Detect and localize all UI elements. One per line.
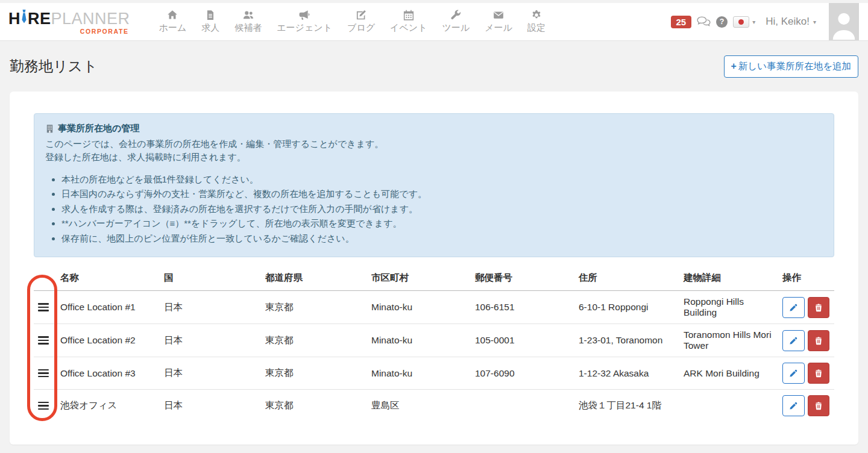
nav-item-tools[interactable]: ツール [442,10,470,34]
nav-item-agents[interactable]: エージェント [277,10,332,34]
info-bullet: 求人を作成する際は、登録済みの所在地を選択するだけで住所入力の手間が省けます。 [61,202,823,216]
chevron-down-icon: ▾ [813,19,816,25]
chevron-down-icon: ▾ [752,19,755,25]
table-header-row: 名称 国 都道府県 市区町村 郵便番号 住所 建物詳細 操作 [34,267,834,291]
table-row: Office Location #1 日本 東京都 Minato-ku 106-… [34,291,834,324]
cell-postal: 107-6090 [475,357,579,390]
table-row: 池袋オフィス 日本 東京都 豊島区 池袋１丁目21-4 1階 [34,390,834,422]
nav-item-mail[interactable]: メール [485,10,512,34]
edit-button[interactable] [782,330,805,351]
pencil-icon [789,303,798,312]
info-bullet: 日本国内のみならず海外の支社・営業所など、複数の所在地を追加することも可能です。 [61,187,823,201]
nav-item-settings[interactable]: 設定 [527,10,546,34]
info-bullet-list: 本社の所在地などを最低1件登録してください。 日本国内のみならず海外の支社・営業… [45,173,823,246]
table-row: Office Location #2 日本 東京都 Minato-ku 105-… [34,324,834,357]
col-prefecture: 都道府県 [265,267,371,291]
tie-icon [21,10,27,27]
locations-card: 事業所所在地の管理 このページでは、会社の事業所の所在地を作成・編集・管理するこ… [10,92,858,445]
drag-handle-icon[interactable] [38,299,49,316]
nav-item-home[interactable]: ホーム [159,10,187,34]
logo-hire-re: RE [28,11,51,27]
drag-handle-icon[interactable] [38,365,49,382]
cell-building: ARK Mori Building [684,357,782,390]
trash-icon [814,401,823,410]
language-selector[interactable]: ▾ [733,16,755,28]
pencil-icon [789,401,798,410]
drag-handle-icon[interactable] [38,332,49,349]
info-paragraph: このページでは、会社の事業所の所在地を作成・編集・管理することができます。 [45,137,823,151]
avatar[interactable] [829,3,859,40]
cell-address: 1-12-32 Akasaka [579,357,684,390]
japan-flag-icon [733,16,749,28]
cell-building: Toranomon Hills Mori Tower [684,324,782,357]
logo-hire-h: H [8,11,20,27]
cell-country: 日本 [164,390,265,422]
col-actions: 操作 [782,267,834,291]
info-bullet: 保存前に、地図上のピン位置が住所と一致しているかご確認ください。 [61,232,823,246]
cell-prefecture: 東京都 [265,357,371,390]
nav-item-events[interactable]: イベント [390,10,427,34]
logo-corporate: CORPORATE [8,28,130,35]
user-menu[interactable]: Hi, Keiko! ▾ [766,16,816,28]
delete-button[interactable] [808,363,830,384]
plus-icon: + [731,61,737,72]
delete-button[interactable] [808,395,830,416]
edit-button[interactable] [782,395,805,416]
locations-table: 名称 国 都道府県 市区町村 郵便番号 住所 建物詳細 操作 Office Lo… [34,267,834,422]
logo-planner: PLANNER [51,11,130,27]
nav-item-jobs[interactable]: 求人 [201,10,219,34]
drag-handle-icon[interactable] [38,398,49,414]
cell-prefecture: 東京都 [265,324,371,357]
add-location-button[interactable]: + 新しい事業所所在地を追加 [724,55,858,78]
cell-prefecture: 東京都 [265,390,371,422]
edit-button[interactable] [782,297,805,318]
notification-badge[interactable]: 25 [671,16,692,28]
page-header: 勤務地リスト + 新しい事業所所在地を追加 [0,41,868,92]
cell-city: 豊島区 [371,390,475,422]
info-panel: 事業所所在地の管理 このページでは、会社の事業所の所在地を作成・編集・管理するこ… [34,113,834,257]
navbar: HREPLANNER CORPORATE ホーム 求人 候補者 エージェント ブ… [0,3,868,41]
megaphone-icon [299,10,310,20]
cell-building [684,390,782,422]
envelope-icon [493,10,504,20]
main-nav: ホーム 求人 候補者 エージェント ブログ イベント ツール メール [159,10,546,34]
nav-item-blog[interactable]: ブログ [347,10,375,34]
chat-icon[interactable] [697,16,711,28]
col-address: 住所 [579,267,684,291]
cell-postal: 106-6151 [475,291,579,324]
cell-name: Office Location #3 [60,357,164,390]
delete-button[interactable] [808,330,830,351]
cell-address: 1-23-01, Toranomon [579,324,684,357]
cell-address: 池袋１丁目21-4 1階 [579,390,684,422]
col-building: 建物詳細 [684,267,782,291]
info-panel-title: 事業所所在地の管理 [45,122,823,136]
add-location-label: 新しい事業所所在地を追加 [738,60,851,73]
info-bullet: 本社の所在地などを最低1件登録してください。 [61,173,823,187]
nav-item-candidates[interactable]: 候補者 [234,10,262,34]
hireplanner-logo[interactable]: HREPLANNER CORPORATE [8,10,130,35]
cell-city: Minato-ku [371,357,475,390]
pencil-square-icon [356,10,366,20]
cell-postal: 105-0001 [475,324,579,357]
gear-icon [531,10,542,20]
cell-prefecture: 東京都 [265,291,371,324]
cell-city: Minato-ku [371,291,475,324]
col-city: 市区町村 [371,267,475,291]
trash-icon [814,303,823,312]
trash-icon [814,336,823,345]
delete-button[interactable] [808,297,830,318]
building-icon [45,124,54,133]
home-icon [167,10,178,20]
cell-name: Office Location #2 [60,324,164,357]
greeting-text: Hi, Keiko! [766,16,810,28]
cell-address: 6-10-1 Roppongi [579,291,684,324]
navbar-right: 25 ? ▾ Hi, Keiko! ▾ [671,3,868,40]
calendar-icon [403,10,414,20]
col-country: 国 [164,267,265,291]
table-row: Office Location #3 日本 東京都 Minato-ku 107-… [34,357,834,390]
pencil-icon [789,336,798,345]
edit-button[interactable] [782,363,805,384]
help-icon[interactable]: ? [716,16,728,28]
cell-building: Roppongi Hills Building [684,291,782,324]
cell-country: 日本 [164,357,265,390]
